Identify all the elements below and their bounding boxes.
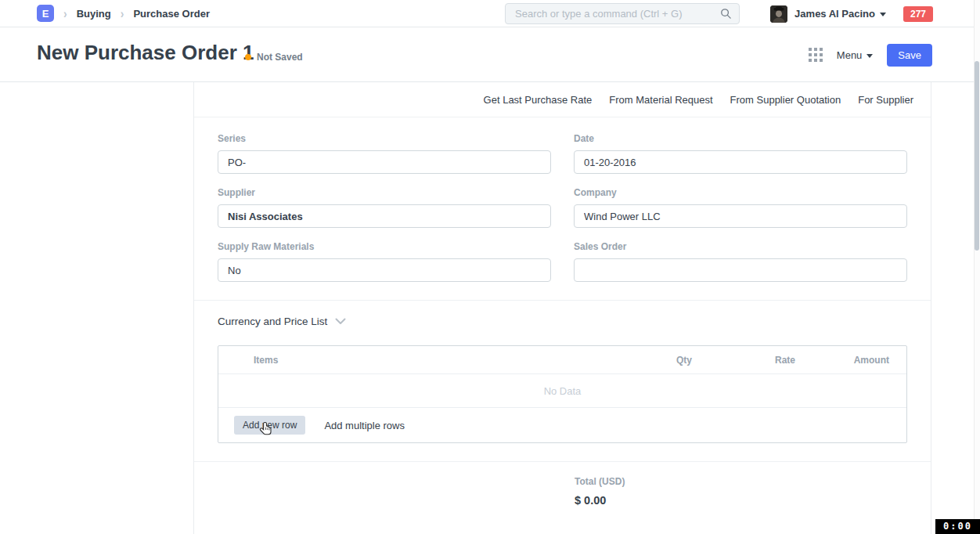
for-supplier-link[interactable]: For Supplier	[858, 94, 913, 106]
save-status-indicator: Not Saved	[245, 52, 303, 63]
page-head: New Purchase Order 1 Not Saved Menu Save	[0, 27, 980, 82]
column-qty: Qty	[596, 355, 700, 366]
supplier-input[interactable]	[218, 204, 551, 228]
save-button[interactable]: Save	[887, 44, 932, 67]
scrollbar-thumb[interactable]	[975, 61, 979, 251]
page-head-actions: Menu Save	[809, 27, 932, 82]
supplier-label: Supplier	[218, 187, 551, 198]
currency-price-list-section-toggle[interactable]: Currency and Price List	[194, 301, 931, 339]
field-series: Series	[218, 133, 551, 174]
form-action-links: Get Last Purchase Rate From Material Req…	[194, 82, 931, 117]
navbar: E › Buying › Purchase Order James Al Pac…	[0, 0, 980, 27]
field-date: Date	[574, 133, 907, 174]
search-icon[interactable]	[720, 8, 732, 20]
get-last-purchase-rate-link[interactable]: Get Last Purchase Rate	[484, 94, 593, 106]
scrollbar-track[interactable]	[974, 0, 980, 534]
breadcrumb-chevron-icon: ›	[121, 5, 124, 20]
breadcrumb-chevron-icon: ›	[63, 5, 67, 20]
status-dot-icon	[245, 54, 251, 60]
breadcrumb-buying[interactable]: Buying	[77, 8, 111, 20]
series-input[interactable]	[218, 150, 551, 174]
date-input[interactable]	[574, 150, 907, 174]
company-label: Company	[574, 187, 907, 198]
navbar-left: E › Buying › Purchase Order	[0, 5, 210, 22]
supply-raw-materials-input[interactable]	[218, 258, 551, 282]
no-data-row: No Data	[218, 374, 906, 408]
sales-order-input[interactable]	[574, 258, 907, 282]
items-grid-footer: Add new row Add multiple rows	[218, 408, 906, 442]
page-title: New Purchase Order 1	[37, 41, 254, 65]
app-logo[interactable]: E	[37, 5, 54, 22]
add-multiple-rows-button[interactable]: Add multiple rows	[324, 420, 405, 431]
chevron-down-icon	[335, 318, 346, 325]
field-supply-raw-materials: Supply Raw Materials	[218, 241, 551, 282]
app-window: E › Buying › Purchase Order James Al Pac…	[0, 0, 980, 534]
recording-timer-badge: 0:00	[935, 519, 980, 534]
items-grid: Items Qty Rate Amount No Data Add new ro…	[218, 345, 907, 443]
series-label: Series	[218, 133, 551, 144]
sales-order-label: Sales Order	[574, 241, 907, 252]
breadcrumb-purchase-order[interactable]: Purchase Order	[133, 8, 210, 20]
chevron-down-icon	[867, 54, 873, 58]
company-input[interactable]	[574, 204, 907, 228]
field-sales-order: Sales Order	[574, 241, 907, 282]
from-material-request-link[interactable]: From Material Request	[609, 94, 712, 106]
navbar-right: James Al Pacino 277	[770, 0, 933, 27]
column-rate: Rate	[700, 355, 803, 366]
form-section-main: Series Date Supplier Company Supply Raw …	[194, 117, 931, 282]
total-usd-label: Total (USD)	[575, 476, 907, 487]
global-search	[505, 3, 740, 24]
from-supplier-quotation-link[interactable]: From Supplier Quotation	[730, 94, 841, 106]
form-content: Get Last Purchase Rate From Material Req…	[193, 82, 931, 534]
column-items: Items	[218, 355, 596, 366]
status-label: Not Saved	[257, 52, 303, 63]
column-amount: Amount	[803, 355, 906, 366]
totals-section: Total (USD) $ 0.00	[194, 462, 931, 507]
field-company: Company	[574, 187, 907, 228]
user-name-label: James Al Pacino	[794, 8, 875, 20]
field-supplier: Supplier	[218, 187, 551, 228]
notifications-badge[interactable]: 277	[903, 6, 933, 22]
supply-raw-materials-label: Supply Raw Materials	[218, 241, 551, 252]
add-new-row-button[interactable]: Add new row	[234, 416, 305, 435]
chevron-down-icon	[880, 13, 886, 16]
search-input[interactable]	[506, 8, 720, 20]
items-grid-header: Items Qty Rate Amount	[218, 346, 906, 374]
user-avatar[interactable]	[770, 5, 787, 23]
currency-price-list-label: Currency and Price List	[218, 316, 327, 327]
date-label: Date	[574, 133, 907, 144]
menu-label: Menu	[837, 49, 863, 61]
menu-dropdown[interactable]: Menu	[837, 49, 874, 61]
user-menu[interactable]: James Al Pacino	[794, 8, 886, 20]
grid-menu-icon[interactable]	[809, 48, 823, 62]
total-usd-value: $ 0.00	[575, 494, 907, 507]
